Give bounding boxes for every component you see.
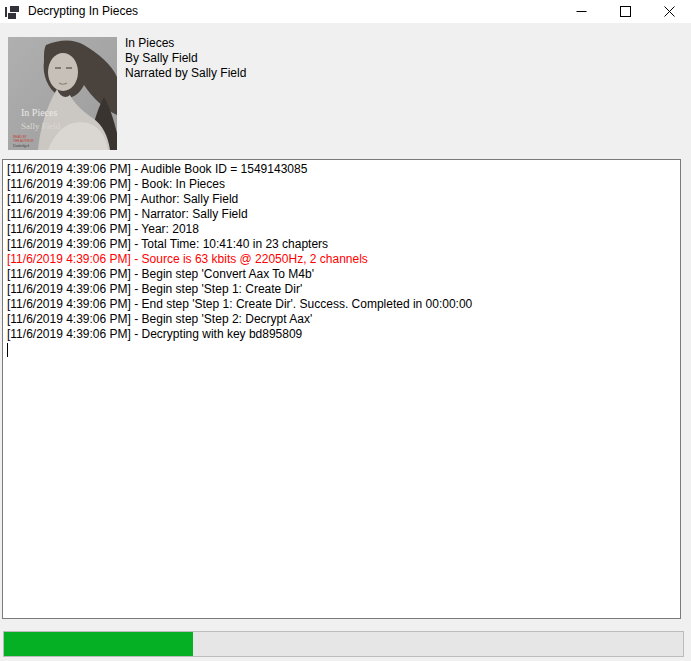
log-line: [11/6/2019 4:39:06 PM] - Book: In Pieces [7,177,677,192]
log-line: [11/6/2019 4:39:06 PM] - Narrator: Sally… [7,207,677,222]
maximize-icon [620,6,631,17]
window-controls [559,0,691,23]
log-line: [11/6/2019 4:39:06 PM] - Year: 2018 [7,222,677,237]
minimize-icon [576,6,587,17]
log-line: [11/6/2019 4:39:06 PM] - Begin step 'Con… [7,267,677,282]
book-title: In Pieces [125,36,246,51]
book-narrator: Narrated by Sally Field [125,66,246,81]
window-title: Decrypting In Pieces [28,0,138,23]
cover-portrait-face [48,53,78,91]
cover-badge-text: THE AUTHOR [13,139,34,143]
cover-title-text: In Pieces [21,107,57,118]
log-textbox[interactable]: [11/6/2019 4:39:06 PM] - Audible Book ID… [2,159,681,619]
log-line: [11/6/2019 4:39:06 PM] - Audible Book ID… [7,162,677,177]
book-author: By Sally Field [125,51,246,66]
application-icon [5,5,19,19]
text-caret [7,343,8,357]
progress-fill [4,632,193,656]
close-button[interactable] [647,0,691,23]
cover-author-text: Sally Field [21,121,61,131]
log-line: [11/6/2019 4:39:06 PM] - End step 'Step … [7,297,677,312]
log-lines: [11/6/2019 4:39:06 PM] - Audible Book ID… [7,162,677,342]
log-line: [11/6/2019 4:39:06 PM] - Source is 63 kb… [7,252,677,267]
log-line: [11/6/2019 4:39:06 PM] - Begin step 'Ste… [7,312,677,327]
log-line: [11/6/2019 4:39:06 PM] - Begin step 'Ste… [7,282,677,297]
log-line: [11/6/2019 4:39:06 PM] - Decrypting with… [7,327,677,342]
application-icon-part [5,7,7,17]
maximize-button[interactable] [603,0,647,23]
log-line: [11/6/2019 4:39:06 PM] - Author: Sally F… [7,192,677,207]
log-line: [11/6/2019 4:39:06 PM] - Total Time: 10:… [7,237,677,252]
minimize-button[interactable] [559,0,603,23]
cover-edition-text: Unabridged [13,144,29,148]
application-icon-part [8,13,16,19]
close-icon [664,6,675,17]
progress-bar [3,631,684,657]
book-info: In Pieces By Sally Field Narrated by Sal… [125,36,246,81]
titlebar: Decrypting In Pieces [0,0,691,23]
app-window: Decrypting In Pieces [0,0,691,661]
book-cover-image: In Pieces Sally Field READ BY THE AUTHOR… [8,37,117,150]
application-icon-part [10,6,19,12]
